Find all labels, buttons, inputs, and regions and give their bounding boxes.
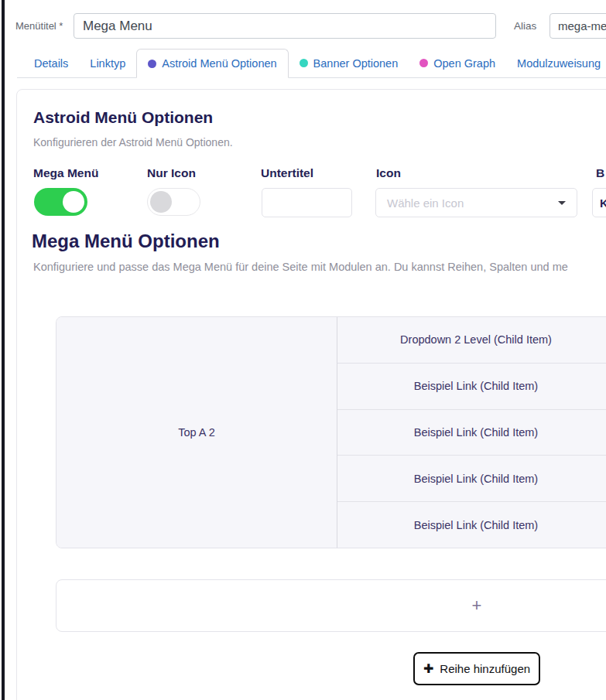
plus-icon: ✚ [423,663,433,675]
astroid-tab-dot-icon [148,60,156,68]
icon-select[interactable]: Wähle ein Icon [375,188,577,217]
add-row-button[interactable]: ✚ Reihe hinzufügen [413,652,540,685]
tab-modulzuweisung[interactable]: Modulzuweisung [506,49,606,77]
tab-banner-optionen[interactable]: Banner Optionen [289,49,409,77]
tab-opengraph-label: Open Graph [433,57,495,70]
nur-icon-toggle[interactable] [147,188,200,216]
megamenu-children-column: Dropdown 2 Level (Child Item) Beispiel L… [337,317,606,548]
badge-select-value: K [600,196,606,210]
alias-label: Alias [514,20,536,32]
megamenu-child-item[interactable]: Dropdown 2 Level (Child Item) [337,317,606,364]
icon-select-placeholder: Wähle ein Icon [387,196,558,210]
opengraph-tab-dot-icon [419,59,428,67]
sidebar-edge-strip [2,0,5,700]
nur-icon-toggle-knob [150,191,172,213]
megamenu-parent-cell[interactable]: Top A 2 [56,317,337,548]
tab-details-label: Details [34,57,68,70]
banner-tab-dot-icon [300,59,308,67]
tab-banner-label: Banner Optionen [313,57,399,70]
add-column-button[interactable]: + [472,597,482,614]
megamenu-child-item[interactable]: Beispiel Link (Child Item) [337,502,606,548]
mega-menu-toggle[interactable] [34,188,87,216]
astroid-section-title: Astroid Menü Optionen [33,108,213,127]
menu-title-label: Menütitel * [15,20,63,32]
tab-astroid-menu-optionen[interactable]: Astroid Menü Optionen [136,49,288,78]
tab-modulzuweisung-label: Modulzuweisung [517,57,601,70]
astroid-section-subtitle: Konfigurieren der Astroid Menü Optionen. [33,136,233,149]
chevron-down-icon [558,201,566,205]
alias-input[interactable] [550,13,606,39]
tab-astroid-label: Astroid Menü Optionen [162,57,276,70]
tab-linktyp-label: Linktyp [90,57,125,70]
badge-select-clipped[interactable]: K [592,188,606,217]
icon-label: Icon [376,166,401,180]
megamenu-builder-grid: Top A 2 Dropdown 2 Level (Child Item) Be… [56,316,606,548]
tab-bar: Details Linktyp Astroid Menü Optionen Ba… [17,49,606,78]
badge-label-clipped: B [596,166,604,180]
mega-menu-section-title: Mega Menü Optionen [32,230,220,252]
empty-row-container: + [56,579,606,632]
menu-title-input[interactable] [74,13,496,39]
untertitel-input[interactable] [262,188,352,217]
megamenu-child-item[interactable]: Beispiel Link (Child Item) [337,456,606,502]
astroid-options-panel: Astroid Menü Optionen Konfigurieren der … [16,89,606,700]
mega-menu-label: Mega Menü [33,166,98,180]
tab-details[interactable]: Details [23,49,79,77]
mega-menu-section-description: Konfiguriere und passe das Mega Menü für… [33,261,606,273]
tab-linktyp[interactable]: Linktyp [79,49,136,77]
tab-open-graph[interactable]: Open Graph [409,49,506,77]
megamenu-child-item[interactable]: Beispiel Link (Child Item) [337,410,606,456]
nur-icon-label: Nur Icon [147,166,196,180]
megamenu-child-item[interactable]: Beispiel Link (Child Item) [337,364,606,410]
add-row-button-label: Reihe hinzufügen [440,662,530,675]
untertitel-label: Untertitel [261,166,313,180]
mega-menu-toggle-knob [63,191,84,213]
